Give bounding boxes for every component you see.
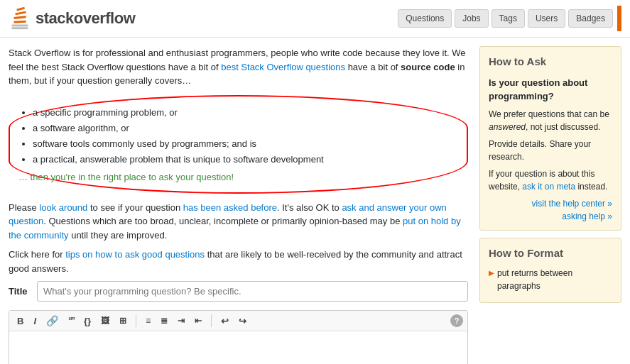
- oval-annotation: a specific programming problem, or a sof…: [9, 95, 468, 194]
- svg-rect-2: [13, 21, 26, 23]
- para-2: Click here for tips on how to ask good q…: [9, 248, 468, 275]
- how-to-ask-para2: Provide details. Share your research.: [489, 138, 612, 163]
- toolbar-quote[interactable]: “”: [65, 314, 77, 327]
- nav-jobs[interactable]: Jobs: [455, 9, 488, 28]
- tagline-text: … then you're in the right place to ask …: [18, 172, 458, 182]
- title-label: Title: [9, 286, 37, 297]
- nav-questions[interactable]: Questions: [398, 9, 452, 28]
- editor-wrapper: B I 🔗 “” {} 🖼 ⊞ ≡ ≣ ⇥ ⇤ ↩ ↪ ?: [9, 310, 468, 364]
- toolbar-bold[interactable]: B: [13, 314, 27, 328]
- source-code-bold: source code: [401, 62, 455, 72]
- svg-rect-0: [12, 25, 28, 27]
- toolbar-redo[interactable]: ↪: [235, 314, 250, 328]
- toolbar-ol[interactable]: ≡: [142, 314, 154, 327]
- how-to-ask-para1: We prefer questions that can be answered…: [489, 108, 612, 133]
- triangle-icon: ▶: [489, 268, 494, 278]
- nav-bar: Questions Jobs Tags Users Badges: [398, 9, 613, 28]
- p1-end: . Questions which are too broad, unclear…: [43, 216, 403, 226]
- toolbar-separator-2: [211, 314, 212, 327]
- sidebar: How to Ask Is your question about progra…: [479, 46, 621, 364]
- svg-rect-4: [15, 11, 26, 15]
- header-bar: [617, 6, 621, 31]
- how-to-ask-para3: If your question is about this website, …: [489, 167, 612, 193]
- best-questions-link[interactable]: best Stack Overflow questions: [221, 62, 345, 72]
- p1-mid1: to see if your question: [87, 202, 183, 213]
- how-to-format-title: How to Format: [489, 246, 612, 262]
- toolbar-code[interactable]: {}: [80, 314, 94, 328]
- bullet-item: a software algorithm, or: [33, 121, 458, 136]
- ask-on-meta-link[interactable]: ask it on meta: [522, 182, 575, 192]
- content-area: Stack Overflow is for professional and e…: [9, 46, 479, 364]
- p1-pre: Please: [9, 202, 39, 213]
- title-input[interactable]: [37, 281, 468, 302]
- bullet-list: a specific programming problem, or a sof…: [33, 105, 458, 167]
- tips-link[interactable]: tips on how to ask good questions: [65, 249, 205, 260]
- title-field-row: Title: [9, 281, 468, 302]
- logo-text: stackoverflow: [36, 9, 135, 28]
- p2-pre: Click here for: [9, 249, 65, 260]
- toolbar-indent[interactable]: ⇥: [174, 314, 188, 327]
- how-to-ask-subtitle: Is your question about programming?: [489, 76, 612, 104]
- toolbar-undo[interactable]: ↩: [217, 314, 232, 328]
- p1-mid2: . It's also OK to: [277, 202, 342, 213]
- nav-users[interactable]: Users: [528, 9, 565, 28]
- how-to-format-box: How to Format ▶ put returns between para…: [479, 238, 621, 304]
- intro-paragraph: Stack Overflow is for professional and e…: [9, 46, 468, 88]
- nav-tags[interactable]: Tags: [491, 9, 525, 28]
- main-layout: Stack Overflow is for professional and e…: [0, 38, 630, 364]
- svg-rect-3: [13, 16, 26, 19]
- editor-toolbar: B I 🔗 “” {} 🖼 ⊞ ≡ ≣ ⇥ ⇤ ↩ ↪ ?: [9, 311, 467, 331]
- toolbar-italic[interactable]: I: [30, 314, 40, 328]
- toolbar-image[interactable]: 🖼: [97, 314, 113, 327]
- asking-help-link[interactable]: asking help »: [562, 211, 612, 221]
- how-to-ask-box: How to Ask Is your question about progra…: [479, 46, 621, 231]
- logo-icon: [9, 6, 31, 31]
- asked-before-link[interactable]: has been asked before: [183, 202, 277, 213]
- header: stackoverflow Questions Jobs Tags Users …: [0, 0, 630, 38]
- toolbar-help[interactable]: ?: [450, 314, 463, 327]
- how-to-ask-title: How to Ask: [489, 54, 612, 70]
- toolbar-outdent[interactable]: ⇤: [191, 314, 205, 327]
- toolbar-separator-1: [136, 314, 136, 327]
- svg-rect-1: [12, 27, 28, 29]
- editor-area[interactable]: [9, 331, 467, 364]
- bullet-item: a practical, answerable problem that is …: [33, 152, 458, 167]
- p1-end2: until they are improved.: [69, 230, 168, 241]
- intro-text-2: have a bit of: [345, 62, 401, 72]
- visit-help-center-link[interactable]: visit the help center »: [532, 199, 612, 209]
- bullet-item: a specific programming problem, or: [33, 105, 458, 121]
- nav-badges[interactable]: Badges: [568, 9, 613, 28]
- format-item-1-text: put returns between paragraphs: [497, 267, 612, 292]
- sidebar-links: visit the help center » asking help »: [489, 197, 612, 223]
- para-1: Please look around to see if your questi…: [9, 201, 468, 243]
- look-around-link[interactable]: look around: [39, 202, 87, 213]
- svg-rect-5: [16, 7, 25, 11]
- logo: stackoverflow: [9, 6, 135, 31]
- format-item-1: ▶ put returns between paragraphs: [489, 267, 612, 292]
- toolbar-table[interactable]: ⊞: [116, 314, 130, 327]
- bullet-item: software tools commonly used by programm…: [33, 136, 458, 152]
- toolbar-ul[interactable]: ≣: [157, 314, 171, 327]
- toolbar-link[interactable]: 🔗: [43, 314, 62, 328]
